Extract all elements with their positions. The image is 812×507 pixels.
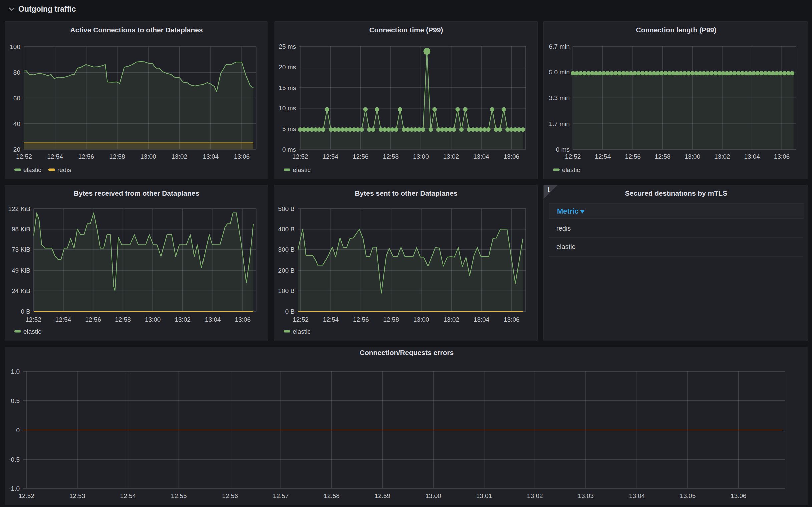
svg-text:13:02: 13:02 <box>443 316 459 323</box>
svg-text:12:52: 12:52 <box>565 153 581 160</box>
svg-text:122 KiB: 122 KiB <box>8 206 31 213</box>
svg-text:13:04: 13:04 <box>203 153 219 160</box>
svg-text:13:06: 13:06 <box>730 492 747 499</box>
svg-text:12:56: 12:56 <box>353 316 369 323</box>
svg-text:13:04: 13:04 <box>744 153 760 160</box>
svg-text:49 KiB: 49 KiB <box>12 267 31 274</box>
svg-text:elastic: elastic <box>292 166 311 173</box>
svg-text:12:52: 12:52 <box>292 153 308 160</box>
svg-text:redis: redis <box>57 166 71 173</box>
svg-text:1.0: 1.0 <box>11 368 20 375</box>
svg-text:redis: redis <box>556 225 571 232</box>
svg-text:12:58: 12:58 <box>383 316 399 323</box>
svg-text:100: 100 <box>10 43 20 50</box>
svg-text:24 KiB: 24 KiB <box>12 287 31 294</box>
svg-text:0.5: 0.5 <box>11 397 20 404</box>
svg-text:3.3 min: 3.3 min <box>549 95 570 101</box>
svg-text:elastic: elastic <box>292 328 311 335</box>
svg-text:12:54: 12:54 <box>322 153 338 160</box>
svg-text:0: 0 <box>16 427 20 434</box>
svg-text:0 ms: 0 ms <box>556 146 570 153</box>
svg-text:13:00: 13:00 <box>425 492 441 499</box>
svg-text:100 B: 100 B <box>278 287 294 294</box>
svg-text:80: 80 <box>13 69 20 76</box>
svg-text:12:52: 12:52 <box>292 316 309 323</box>
svg-text:13:02: 13:02 <box>171 153 187 160</box>
svg-text:13:06: 13:06 <box>234 153 250 160</box>
svg-text:25 ms: 25 ms <box>279 43 296 50</box>
svg-text:13:02: 13:02 <box>527 492 543 499</box>
svg-text:i: i <box>548 186 550 193</box>
svg-text:13:00: 13:00 <box>413 316 429 323</box>
svg-text:13:06: 13:06 <box>774 153 790 160</box>
svg-text:10 ms: 10 ms <box>279 105 296 112</box>
svg-text:Metric: Metric <box>557 207 579 216</box>
svg-text:12:54: 12:54 <box>55 316 71 323</box>
svg-text:15 ms: 15 ms <box>279 84 296 92</box>
svg-text:Connection length (P99): Connection length (P99) <box>636 26 717 34</box>
svg-text:12:56: 12:56 <box>78 153 94 160</box>
svg-text:12:54: 12:54 <box>120 492 136 499</box>
svg-text:13:03: 13:03 <box>578 492 594 499</box>
svg-text:13:06: 13:06 <box>504 316 520 323</box>
svg-text:12:54: 12:54 <box>323 316 339 323</box>
svg-text:12:52: 12:52 <box>18 492 34 499</box>
svg-text:Outgoing traffic: Outgoing traffic <box>18 5 76 13</box>
svg-text:13:04: 13:04 <box>629 492 645 499</box>
svg-text:elastic: elastic <box>23 328 41 335</box>
svg-text:13:02: 13:02 <box>443 153 459 160</box>
svg-text:12:54: 12:54 <box>595 153 611 160</box>
svg-text:elastic: elastic <box>562 166 580 173</box>
svg-text:0 ms: 0 ms <box>282 146 296 153</box>
svg-text:Bytes sent to other Dataplanes: Bytes sent to other Dataplanes <box>355 189 457 197</box>
svg-text:5 ms: 5 ms <box>282 125 296 132</box>
svg-text:-0.5: -0.5 <box>9 456 20 463</box>
svg-text:13:00: 13:00 <box>413 153 429 160</box>
svg-text:40: 40 <box>13 120 20 127</box>
svg-text:13:02: 13:02 <box>714 153 730 160</box>
svg-text:12:54: 12:54 <box>47 153 63 160</box>
svg-text:400 B: 400 B <box>278 226 294 233</box>
svg-text:12:58: 12:58 <box>655 153 670 160</box>
svg-text:20: 20 <box>13 146 20 153</box>
svg-text:12:58: 12:58 <box>324 492 340 499</box>
svg-text:Connection/Requests errors: Connection/Requests errors <box>360 349 454 356</box>
svg-text:0 B: 0 B <box>285 308 294 315</box>
svg-text:12:56: 12:56 <box>85 316 101 323</box>
svg-text:Secured destinations by mTLS: Secured destinations by mTLS <box>625 189 727 197</box>
svg-text:12:56: 12:56 <box>353 153 369 160</box>
svg-text:13:04: 13:04 <box>474 316 490 323</box>
svg-text:12:52: 12:52 <box>16 153 32 160</box>
svg-text:13:06: 13:06 <box>504 153 520 160</box>
svg-text:300 B: 300 B <box>278 246 294 253</box>
svg-text:Active Connections to other Da: Active Connections to other Dataplanes <box>70 26 203 34</box>
svg-text:12:58: 12:58 <box>383 153 399 160</box>
svg-text:13:05: 13:05 <box>680 492 696 499</box>
svg-text:73 KiB: 73 KiB <box>12 246 31 253</box>
svg-text:12:57: 12:57 <box>273 492 289 499</box>
svg-text:200 B: 200 B <box>278 267 294 274</box>
svg-text:13:02: 13:02 <box>175 316 191 323</box>
svg-text:-1.0: -1.0 <box>9 485 20 492</box>
svg-text:13:00: 13:00 <box>684 153 700 160</box>
svg-text:0 B: 0 B <box>21 308 31 315</box>
svg-text:13:00: 13:00 <box>145 316 161 323</box>
svg-text:13:01: 13:01 <box>476 492 492 499</box>
svg-text:98 KiB: 98 KiB <box>12 226 31 233</box>
svg-text:12:59: 12:59 <box>375 492 391 499</box>
svg-text:1.7 min: 1.7 min <box>549 120 570 127</box>
svg-text:13:00: 13:00 <box>141 153 156 160</box>
svg-text:12:56: 12:56 <box>625 153 641 160</box>
svg-text:13:04: 13:04 <box>205 316 221 323</box>
svg-text:20 ms: 20 ms <box>279 64 296 71</box>
svg-text:5.0 min: 5.0 min <box>549 69 570 76</box>
svg-text:13:06: 13:06 <box>234 316 251 323</box>
svg-text:elastic: elastic <box>23 166 41 173</box>
svg-text:500 B: 500 B <box>278 206 294 213</box>
svg-text:12:58: 12:58 <box>115 316 131 323</box>
svg-text:12:56: 12:56 <box>222 492 238 499</box>
svg-text:12:55: 12:55 <box>171 492 187 499</box>
svg-text:Bytes received from other Data: Bytes received from other Dataplanes <box>74 189 200 197</box>
svg-text:6.7 min: 6.7 min <box>549 43 570 50</box>
svg-text:12:53: 12:53 <box>69 492 86 499</box>
